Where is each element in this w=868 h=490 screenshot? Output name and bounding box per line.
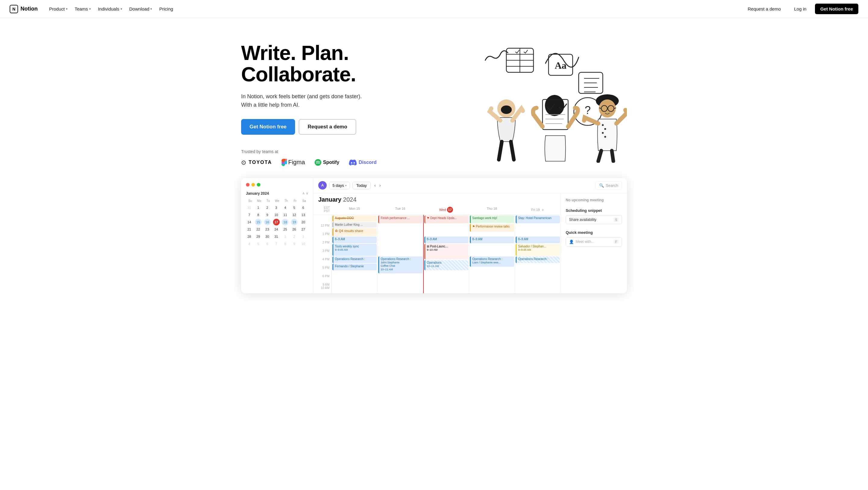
mini-day[interactable]: 18 (282, 219, 288, 225)
discord-wordmark: Discord (359, 160, 377, 165)
trusted-label: Trusted by teams at (241, 149, 410, 154)
nav-pricing[interactable]: Pricing (156, 4, 176, 13)
nav-product[interactable]: Product ▾ (46, 4, 70, 13)
mini-day[interactable]: 7 (273, 241, 280, 247)
event-augusto-ooo[interactable]: Augusto OOO (333, 215, 377, 221)
mini-day[interactable]: 10 (300, 241, 307, 247)
event-operations-wed[interactable]: Operations10–11 AM (424, 260, 468, 270)
next-period-button[interactable]: › (378, 182, 382, 189)
mini-day[interactable]: 28 (246, 233, 253, 240)
today-button[interactable]: Today (352, 182, 371, 189)
mini-day[interactable]: 26 (291, 226, 298, 233)
event-santiago[interactable]: Santiago work trip! (470, 215, 514, 223)
hero-get-free-button[interactable]: Get Notion free (241, 119, 295, 135)
mini-day[interactable]: 2 (291, 233, 298, 240)
event-8-9am-thu[interactable]: 8–9 AM (470, 237, 514, 243)
mini-day[interactable]: 1 (255, 204, 261, 211)
mini-day[interactable]: 31 (246, 204, 253, 211)
meet-with-input[interactable]: 👤 Meet with... F (566, 237, 622, 246)
event-8-9am-fri[interactable]: 8–9 AM (516, 237, 560, 243)
search-icon: 🔍 (599, 183, 604, 188)
mini-calendar-grid: Su Mo Tu We Th Fr Sa 31 1 2 3 4 5 6 (246, 198, 308, 247)
col-header-tue[interactable]: Tue 16 (377, 205, 423, 215)
col-header-thu[interactable]: Thu 18 (469, 205, 515, 215)
mini-day[interactable]: 3 (273, 204, 280, 211)
mini-day[interactable]: 2 (264, 204, 271, 211)
mini-day[interactable]: 27 (300, 226, 307, 233)
event-q4-results[interactable]: ♻ Q4 results share (333, 228, 377, 236)
mini-day[interactable]: 8 (282, 241, 288, 247)
event-perf-review[interactable]: ⚑ Performance review talks (470, 224, 514, 232)
mini-cal-prev[interactable]: ∧ (302, 191, 305, 195)
nav-teams[interactable]: Teams ▾ (72, 4, 94, 13)
calendar-main: A 5 days ▾ Today ‹ › 🔍 Search (313, 178, 627, 293)
mini-day[interactable]: 10 (273, 212, 280, 218)
event-finish-perf[interactable]: Finish performance ... (378, 215, 423, 223)
mini-day[interactable]: 19 (291, 219, 298, 225)
mini-day[interactable]: 4 (282, 204, 288, 211)
prev-period-button[interactable]: ‹ (373, 182, 377, 189)
share-availability-button[interactable]: Share availability S (566, 215, 622, 224)
mini-day[interactable]: 4 (246, 241, 253, 247)
mini-day[interactable]: 9 (291, 241, 298, 247)
event-dept-heads[interactable]: ⚑ Dept Heads Upda... (424, 215, 468, 223)
mini-day[interactable]: 16 (264, 219, 271, 225)
event-ops-research-mon[interactable]: Operations Research : (333, 256, 377, 263)
mini-day[interactable]: 22 (255, 226, 261, 233)
close-button[interactable] (246, 183, 250, 187)
mini-day[interactable]: 11 (282, 212, 288, 218)
mini-day[interactable]: 12 (291, 212, 298, 218)
mini-day[interactable]: 5 (255, 241, 261, 247)
nav-individuals[interactable]: Individuals ▾ (95, 4, 125, 13)
col-header-wed[interactable]: Wed 17 (423, 205, 469, 215)
event-hotel[interactable]: Stay: Hotel Panamerican (516, 215, 560, 223)
col-header-fri[interactable]: Fri 19 + (515, 205, 561, 215)
event-salvador[interactable]: Salvador / Stephan... 9–9:45 AM (516, 244, 560, 256)
figma-icon (281, 159, 287, 166)
event-ops-research-tue[interactable]: Operations Research : John:Stephanie Cof… (378, 256, 423, 273)
mini-day[interactable]: 20 (300, 219, 307, 225)
event-ops-research-thu[interactable]: Operations Research : Liam / Stephanie w… (470, 256, 514, 267)
mini-day[interactable]: 7 (246, 212, 253, 218)
event-post-launch[interactable]: ⊞ Post-Launc... 9–10 AM (424, 244, 468, 259)
logo-link[interactable]: N Notion (10, 5, 38, 13)
mini-day[interactable]: 23 (264, 226, 271, 233)
mini-day[interactable]: 29 (255, 233, 261, 240)
mini-day[interactable]: 13 (300, 212, 307, 218)
minimize-button[interactable] (251, 183, 255, 187)
mini-day[interactable]: 31 (273, 233, 280, 240)
mini-day[interactable]: 9 (264, 212, 271, 218)
nav-download[interactable]: Download ▾ (126, 4, 155, 13)
mini-day[interactable]: 1 (282, 233, 288, 240)
mini-day[interactable]: 5 (291, 204, 298, 211)
event-ops-research-fri[interactable]: Operations Research : (516, 256, 560, 263)
event-fernando[interactable]: Fernando / Stephanie (333, 264, 377, 270)
maximize-button[interactable] (257, 183, 260, 187)
hero-request-demo-button[interactable]: Request a demo (299, 119, 356, 135)
event-8-9am-wed[interactable]: 8–9 AM (424, 237, 468, 243)
mini-cal-next[interactable]: ∨ (306, 191, 308, 195)
mini-day[interactable]: 15 (255, 219, 261, 225)
add-event-icon[interactable]: + (541, 207, 544, 212)
mini-day[interactable]: 3 (300, 233, 307, 240)
calendar-search[interactable]: 🔍 Search (595, 181, 622, 190)
request-demo-button[interactable]: Request a demo (743, 4, 786, 14)
chevron-down-icon: ▾ (150, 7, 152, 10)
login-button[interactable]: Log in (789, 4, 811, 14)
mini-day[interactable]: 25 (282, 226, 288, 233)
event-tools-weekly[interactable]: Tools weekly sync9–9:45 AM (333, 244, 377, 256)
days-selector-button[interactable]: 5 days ▾ (329, 182, 350, 189)
col-header-mon[interactable]: Mon 15 (332, 205, 377, 215)
mini-day[interactable]: 8 (255, 212, 261, 218)
event-8-9am-mon[interactable]: 8–9 AM (333, 237, 377, 243)
mini-day[interactable]: 21 (246, 226, 253, 233)
mini-day-today[interactable]: 17 (273, 219, 280, 225)
mini-day[interactable]: 14 (246, 219, 253, 225)
nav-right: Request a demo Log in Get Notion free (743, 4, 858, 14)
mini-day[interactable]: 24 (273, 226, 280, 233)
event-mlk[interactable]: Martin Luther King ... (333, 222, 377, 227)
mini-day[interactable]: 30 (264, 233, 271, 240)
get-notion-free-button[interactable]: Get Notion free (815, 4, 858, 14)
mini-day[interactable]: 6 (300, 204, 307, 211)
mini-day[interactable]: 6 (264, 241, 271, 247)
